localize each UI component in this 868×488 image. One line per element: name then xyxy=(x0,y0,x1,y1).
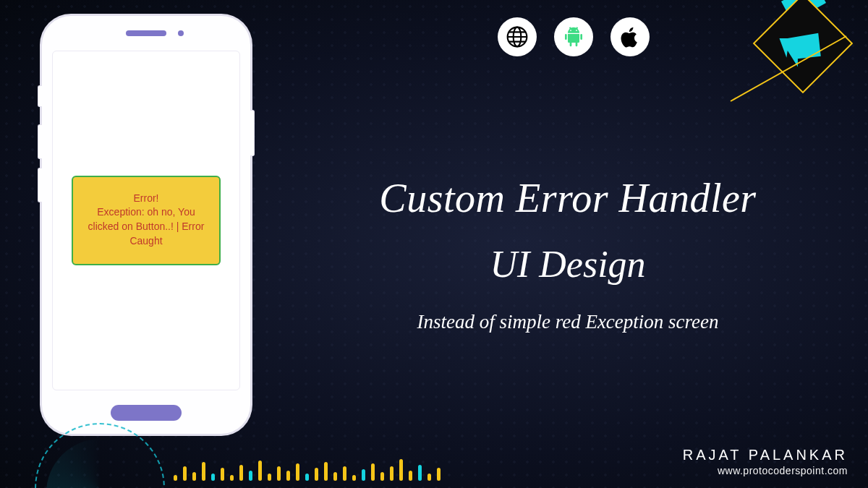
error-text-line: Caught xyxy=(83,234,209,249)
phone-side-button xyxy=(38,168,42,202)
phone-power-button xyxy=(250,110,255,156)
decorative-equalizer xyxy=(174,459,441,481)
svg-rect-4 xyxy=(565,34,567,40)
phone-side-button xyxy=(38,124,42,159)
svg-point-3 xyxy=(576,30,577,31)
platform-icon-row xyxy=(498,17,650,56)
svg-point-2 xyxy=(570,30,571,31)
subtitle: Instead of simple red Exception screen xyxy=(289,311,846,333)
web-icon xyxy=(498,17,537,56)
phone-home-button xyxy=(111,405,182,421)
headline-line2: UI Design xyxy=(289,243,846,286)
headline-line1: Custom Error Handler xyxy=(289,175,846,221)
corner-decoration xyxy=(702,0,868,145)
android-icon xyxy=(554,17,593,56)
author-block: RAJAT PALANKAR www.protocoderspoint.com xyxy=(683,447,848,476)
phone-mockup: Error! Exception: oh no, You clicked on … xyxy=(42,16,250,434)
phone-side-button xyxy=(38,85,42,107)
author-url: www.protocoderspoint.com xyxy=(683,465,848,476)
apple-icon xyxy=(610,17,650,56)
svg-rect-5 xyxy=(580,34,582,40)
phone-speaker xyxy=(126,30,166,36)
error-card: Error! Exception: oh no, You clicked on … xyxy=(72,176,221,265)
error-title: Error! xyxy=(83,192,209,206)
error-text-line: Exception: oh no, You xyxy=(83,205,209,220)
author-name: RAJAT PALANKAR xyxy=(683,447,848,463)
error-text-line: clicked on Button..! | Error xyxy=(83,220,209,234)
phone-screen: Error! Exception: oh no, You clicked on … xyxy=(52,51,240,390)
phone-camera xyxy=(178,30,184,36)
